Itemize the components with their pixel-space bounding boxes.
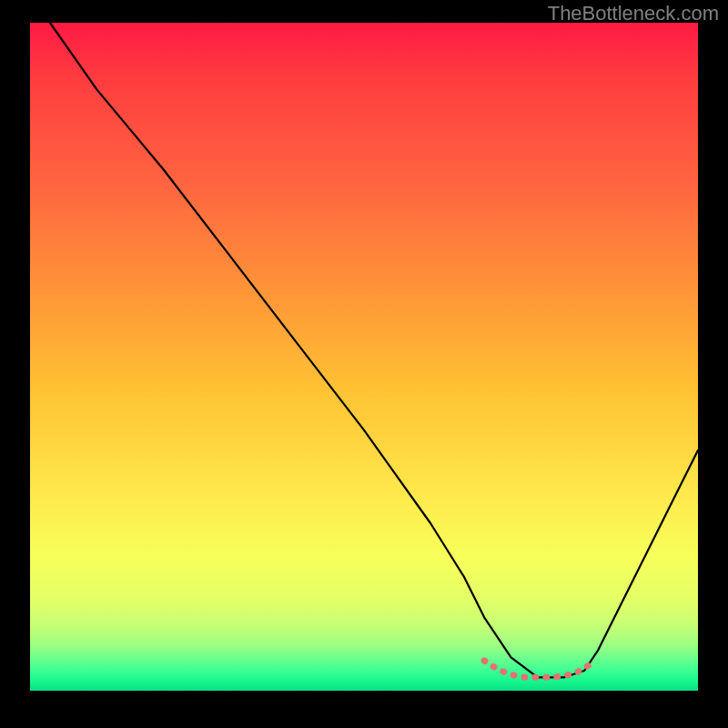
watermark-text: TheBottleneck.com (548, 2, 719, 25)
chart-container: TheBottleneck.com (0, 0, 728, 728)
optimal-band-line (484, 661, 592, 677)
chart-svg (30, 23, 698, 691)
plot-area (30, 23, 698, 691)
bottleneck-curve (50, 23, 698, 677)
